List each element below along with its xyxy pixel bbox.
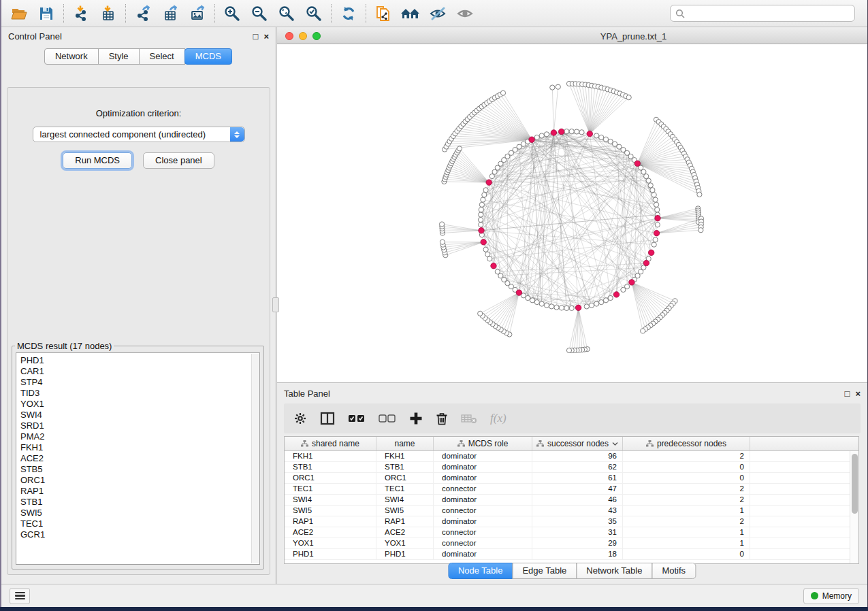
column-header-mcds-role[interactable]: MCDS role <box>434 437 532 450</box>
zoom-out-icon[interactable] <box>246 3 273 24</box>
maximize-window-icon[interactable] <box>312 32 321 40</box>
run-mcds-button[interactable]: Run MCDS <box>63 152 132 169</box>
table-cell: dominator <box>434 462 532 472</box>
table-scrollbar-thumb[interactable] <box>852 454 858 514</box>
zoom-fit-icon[interactable] <box>273 3 300 24</box>
tab-mcds[interactable]: MCDS <box>184 48 232 65</box>
refresh-icon[interactable] <box>335 3 362 24</box>
result-node-item[interactable]: YOX1 <box>20 399 259 410</box>
table-cell: 18 <box>532 549 623 559</box>
duplicate-network-icon[interactable] <box>370 3 397 24</box>
table-cell: 96 <box>532 451 623 461</box>
result-node-item[interactable]: GCR1 <box>20 529 259 540</box>
column-header-successor-nodes[interactable]: successor nodes <box>532 437 623 450</box>
table-settings-gear-icon[interactable] <box>293 412 307 425</box>
table-row[interactable]: RAP1RAP1dominator352 <box>285 516 850 527</box>
tab-network[interactable]: Network <box>44 48 99 65</box>
table-panel-tabs: Node TableEdge TableNetwork TableMotifs <box>449 563 696 579</box>
table-row[interactable]: STB1STB1dominator620 <box>285 462 850 473</box>
result-node-item[interactable]: STB1 <box>20 497 259 508</box>
show-all-icon[interactable] <box>451 3 479 24</box>
result-node-item[interactable]: STP4 <box>20 377 259 388</box>
close-window-icon[interactable] <box>285 32 293 40</box>
table-row[interactable]: ACE2ACE2connector311 <box>285 527 850 538</box>
criterion-select[interactable]: largest connected component (undirected) <box>33 127 245 142</box>
table-row[interactable]: SWI5SWI5connector431 <box>285 506 850 516</box>
table-row[interactable]: ORC1ORC1dominator610 <box>285 473 850 484</box>
result-node-item[interactable]: SRD1 <box>20 420 259 431</box>
table-cell: PHD1 <box>285 549 376 559</box>
tab-network-table[interactable]: Network Table <box>576 563 652 579</box>
panel-splitter-handle[interactable] <box>272 297 279 312</box>
result-node-item[interactable]: RAP1 <box>20 486 259 497</box>
table-row[interactable]: YOX1YOX1connector291 <box>285 538 850 549</box>
mcds-panel: Optimization criterion: largest connecte… <box>7 87 270 575</box>
export-table-icon[interactable] <box>157 3 184 24</box>
table-cell: TEC1 <box>376 484 434 494</box>
network-canvas[interactable] <box>277 44 867 382</box>
result-node-item[interactable]: SWI5 <box>20 508 259 518</box>
table-scrollbar[interactable] <box>850 451 858 563</box>
tab-node-table[interactable]: Node Table <box>448 563 513 579</box>
memory-button[interactable]: Memory <box>803 588 859 604</box>
select-all-rows-icon[interactable] <box>348 413 366 424</box>
table-cell: SWI4 <box>376 495 434 505</box>
open-file-icon[interactable] <box>5 3 33 24</box>
minimize-window-icon[interactable] <box>299 32 307 40</box>
control-panel: Control Panel □ × NetworkStyleSelectMCDS… <box>1 27 276 584</box>
float-table-panel-icon[interactable]: □ <box>845 389 850 398</box>
export-network-icon[interactable] <box>129 3 157 24</box>
table-row[interactable]: PHD1PHD1dominator180 <box>285 549 850 560</box>
table-cell: RAP1 <box>376 516 434 527</box>
table-row[interactable]: TEC1TEC1connector472 <box>285 484 850 495</box>
result-node-item[interactable]: STB5 <box>20 464 259 475</box>
column-header-predecessor-nodes[interactable]: predecessor nodes <box>623 437 750 450</box>
table-cell: SWI5 <box>285 506 376 516</box>
search-input[interactable] <box>688 9 850 18</box>
table-cell: FKH1 <box>376 451 434 461</box>
table-cell: 0 <box>623 549 750 559</box>
table-cell: 2 <box>623 516 750 527</box>
table-cell: STB1 <box>376 462 434 472</box>
result-node-item[interactable]: SWI4 <box>20 410 259 420</box>
table-cell: TEC1 <box>285 484 376 494</box>
result-node-item[interactable]: CAR1 <box>20 366 259 377</box>
result-node-item[interactable]: PMA2 <box>20 431 259 442</box>
table-cell: 0 <box>623 473 750 483</box>
result-node-item[interactable]: ORC1 <box>20 475 259 486</box>
result-node-item[interactable]: TEC1 <box>20 518 259 529</box>
save-session-icon[interactable] <box>33 3 60 24</box>
table-row[interactable]: SWI4SWI4dominator462 <box>285 495 850 506</box>
zoom-selected-icon[interactable] <box>300 3 327 24</box>
first-neighbors-icon[interactable] <box>397 3 424 24</box>
zoom-in-icon[interactable] <box>219 3 246 24</box>
result-node-item[interactable]: PHD1 <box>20 355 259 366</box>
tab-motifs[interactable]: Motifs <box>652 563 696 579</box>
status-menu-button[interactable] <box>10 588 30 604</box>
table-row[interactable]: FKH1FKH1dominator962 <box>285 451 850 462</box>
search-field[interactable] <box>670 5 855 22</box>
result-node-item[interactable]: ACE2 <box>20 453 259 464</box>
result-node-item[interactable]: FKH1 <box>20 442 259 453</box>
add-column-icon[interactable] <box>409 412 423 425</box>
import-table-icon[interactable] <box>95 3 122 24</box>
float-panel-icon[interactable]: □ <box>253 32 259 41</box>
network-graph[interactable] <box>277 44 868 382</box>
tab-select[interactable]: Select <box>139 48 185 65</box>
close-table-panel-icon[interactable]: × <box>855 389 861 398</box>
import-network-icon[interactable] <box>67 3 95 24</box>
result-list-scrollbar[interactable] <box>251 354 259 563</box>
column-visibility-icon[interactable] <box>320 412 335 425</box>
hide-selected-icon[interactable] <box>424 3 451 24</box>
delete-column-icon[interactable] <box>436 412 448 425</box>
mcds-result-list[interactable]: PHD1CAR1STP4TID3YOX1SWI4SRD1PMA2FKH1ACE2… <box>16 352 260 565</box>
column-header-name[interactable]: name <box>376 437 434 450</box>
tab-edge-table[interactable]: Edge Table <box>512 563 577 579</box>
tab-style[interactable]: Style <box>98 48 140 65</box>
close-panel-icon[interactable]: × <box>263 32 269 41</box>
deselect-all-rows-icon[interactable] <box>379 413 396 424</box>
close-panel-button[interactable]: Close panel <box>143 152 214 169</box>
result-node-item[interactable]: TID3 <box>20 388 259 399</box>
export-image-icon[interactable] <box>184 3 211 24</box>
column-header-shared-name[interactable]: shared name <box>285 437 376 450</box>
